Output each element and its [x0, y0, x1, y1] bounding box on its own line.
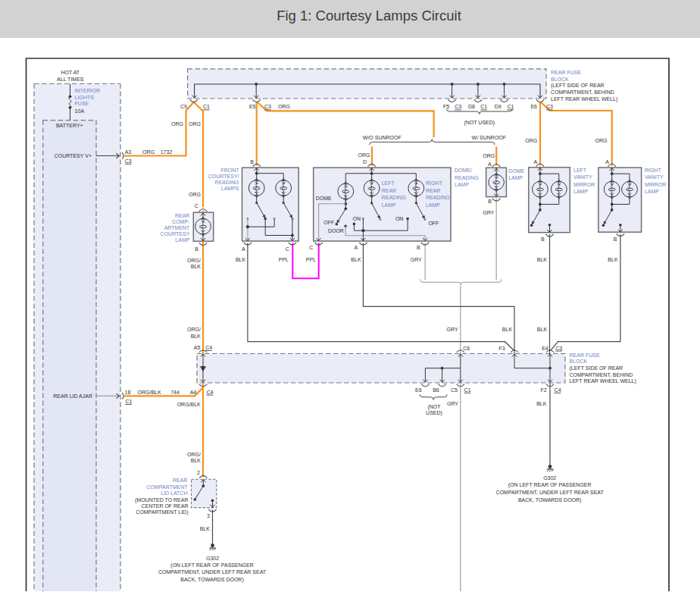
svg-text:ORG/: ORG/	[187, 258, 201, 263]
svg-text:A4: A4	[190, 390, 197, 395]
svg-text:ORG: ORG	[595, 138, 608, 143]
svg-text:BLK: BLK	[191, 334, 202, 339]
svg-text:18: 18	[125, 390, 131, 395]
svg-text:REAR: REAR	[426, 188, 440, 193]
svg-text:LAMP: LAMP	[455, 182, 469, 187]
svg-text:REAR: REAR	[175, 213, 189, 218]
svg-text:REAR FUSE: REAR FUSE	[570, 352, 600, 358]
svg-text:COMPARTMENT LID): COMPARTMENT LID)	[136, 509, 188, 515]
svg-text:B: B	[488, 199, 492, 204]
svg-text:COMPARTMENT, BEHIND: COMPARTMENT, BEHIND	[551, 89, 614, 95]
svg-text:C3: C3	[455, 104, 461, 109]
svg-text:FRONT: FRONT	[220, 168, 239, 173]
svg-text:W/ SUNROOF: W/ SUNROOF	[472, 135, 507, 140]
svg-text:(MOUNTED TO REAR: (MOUNTED TO REAR	[135, 497, 189, 503]
svg-text:B: B	[195, 246, 198, 252]
svg-text:2: 2	[197, 470, 200, 475]
svg-text:C1: C1	[203, 104, 210, 109]
svg-text:OFF: OFF	[323, 220, 334, 225]
svg-text:F5: F5	[443, 104, 449, 109]
svg-text:BLK: BLK	[608, 257, 618, 262]
svg-text:G302: G302	[543, 475, 556, 481]
svg-text:GRY: GRY	[447, 401, 458, 406]
svg-text:C6: C6	[463, 346, 470, 351]
svg-text:B6: B6	[433, 387, 439, 393]
svg-text:B: B	[417, 245, 420, 250]
svg-text:COMPARTMENT, UNDER LEFT REAR S: COMPARTMENT, UNDER LEFT REAR SEAT	[496, 490, 605, 495]
svg-text:C4: C4	[205, 345, 212, 350]
svg-text:ORG/: ORG/	[187, 452, 201, 457]
svg-text:B: B	[250, 159, 254, 164]
svg-text:(ON LEFT REAR OF PASSENGER: (ON LEFT REAR OF PASSENGER	[508, 482, 592, 488]
svg-text:BLOCK: BLOCK	[551, 77, 569, 82]
svg-text:ORG/: ORG/	[187, 327, 201, 332]
svg-text:ARTMENT: ARTMENT	[164, 225, 190, 230]
svg-text:MIRROR: MIRROR	[645, 182, 666, 187]
svg-text:ORG: ORG	[171, 121, 183, 127]
svg-text:RIGHT: RIGHT	[426, 180, 443, 186]
svg-text:PPL: PPL	[306, 257, 316, 262]
svg-text:HOT AT: HOT AT	[61, 70, 80, 75]
svg-text:744: 744	[170, 390, 180, 395]
svg-text:BLK: BLK	[191, 264, 202, 269]
svg-text:BLK: BLK	[191, 458, 202, 463]
svg-text:COURTESY: COURTESY	[161, 231, 190, 237]
svg-text:PPL: PPL	[279, 257, 289, 262]
svg-text:LAMP: LAMP	[382, 202, 396, 208]
svg-text:ORG: ORG	[483, 153, 495, 158]
svg-text:DOOR: DOOR	[328, 228, 344, 233]
svg-text:REAR LID AJAR: REAR LID AJAR	[53, 393, 92, 399]
svg-text:FUSE: FUSE	[75, 101, 89, 106]
svg-text:C9: C9	[180, 104, 187, 109]
svg-text:(LEFT SIDE OF REAR: (LEFT SIDE OF REAR	[551, 83, 605, 89]
svg-text:READING: READING	[426, 195, 450, 200]
svg-text:ORG: ORG	[358, 152, 370, 158]
svg-text:ON: ON	[395, 216, 404, 221]
svg-text:D: D	[363, 159, 367, 164]
svg-text:ORG: ORG	[189, 192, 201, 197]
svg-text:E5: E5	[249, 104, 256, 109]
svg-text:BLK: BLK	[536, 401, 547, 406]
svg-text:VANITY: VANITY	[645, 174, 664, 180]
svg-text:B: B	[614, 237, 617, 242]
svg-text:BLK: BLK	[351, 257, 361, 262]
svg-text:G302: G302	[206, 556, 219, 561]
svg-text:W/O SUNROOF: W/O SUNROOF	[363, 135, 402, 140]
svg-text:USED): USED)	[426, 410, 442, 416]
svg-text:10A: 10A	[75, 108, 85, 114]
svg-text:LAMP: LAMP	[175, 237, 189, 243]
svg-text:BLOCK: BLOCK	[570, 359, 588, 364]
svg-text:LEFT REAR WHEEL WELL): LEFT REAR WHEEL WELL)	[570, 378, 636, 384]
svg-text:C: C	[195, 203, 198, 208]
svg-text:BLK: BLK	[236, 257, 246, 262]
svg-text:OFF: OFF	[428, 221, 439, 226]
svg-text:LEFT REAR WHEEL WELL): LEFT REAR WHEEL WELL)	[551, 96, 617, 102]
svg-text:(NOT: (NOT	[427, 404, 441, 410]
svg-text:READING: READING	[215, 180, 239, 185]
svg-text:1732: 1732	[161, 149, 173, 155]
svg-text:C1: C1	[508, 104, 514, 109]
svg-text:LAMP: LAMP	[645, 189, 659, 194]
svg-text:C5: C5	[451, 387, 458, 393]
svg-text:ON: ON	[353, 216, 361, 221]
svg-text:BLK: BLK	[200, 526, 211, 531]
svg-text:LAMPS: LAMPS	[221, 186, 239, 191]
svg-text:BLK: BLK	[537, 257, 548, 262]
svg-text:REAR: REAR	[382, 188, 396, 193]
svg-text:A5: A5	[194, 345, 201, 350]
svg-text:E6: E6	[415, 387, 422, 393]
svg-text:Fig 1: Courtesy Lamps Circuit: Fig 1: Courtesy Lamps Circuit	[277, 8, 461, 23]
svg-text:ORG: ORG	[525, 138, 537, 143]
svg-text:C3: C3	[555, 346, 562, 351]
svg-text:C3: C3	[546, 104, 553, 109]
svg-text:BLK: BLK	[502, 327, 513, 332]
svg-text:(LEFT SIDE OF REAR: (LEFT SIDE OF REAR	[570, 365, 623, 371]
svg-text:BACK, TOWARDS DOOR): BACK, TOWARDS DOOR)	[180, 577, 244, 583]
svg-text:REAR: REAR	[173, 478, 187, 483]
svg-text:ORG/BLK: ORG/BLK	[177, 402, 201, 407]
svg-text:GRY: GRY	[447, 327, 458, 332]
svg-text:C1: C1	[125, 399, 132, 404]
svg-text:E6: E6	[530, 104, 537, 109]
svg-text:C3: C3	[125, 158, 132, 164]
svg-text:READING: READING	[455, 175, 479, 180]
